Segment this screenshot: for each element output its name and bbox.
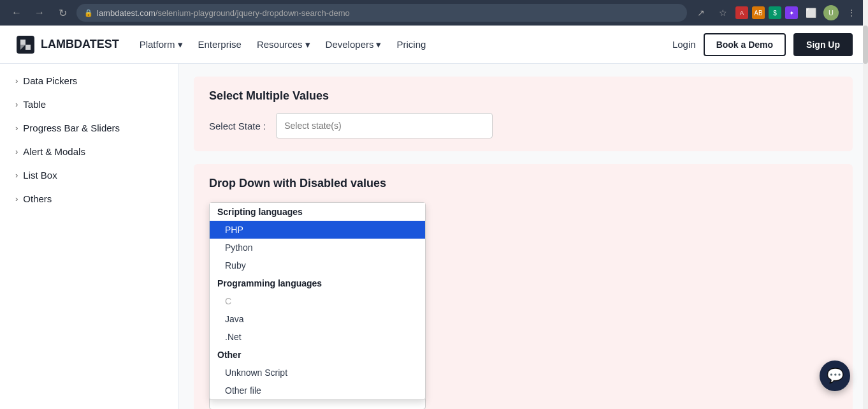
nav-developers[interactable]: Developers ▾ <box>326 39 382 50</box>
sidebar-label: Others <box>23 193 52 204</box>
menu-button[interactable]: ⋮ <box>843 4 860 22</box>
option-ruby[interactable]: Ruby <box>210 257 425 274</box>
option-php[interactable]: PHP <box>210 221 425 239</box>
option-unknown-script[interactable]: Unknown Script <box>210 364 425 382</box>
scrollbar-thumb[interactable] <box>863 26 868 64</box>
chevron-icon: › <box>15 147 18 156</box>
url-text: lambdatest.com/selenium-playground/jquer… <box>97 8 350 18</box>
select-state-input[interactable] <box>276 113 493 138</box>
bookmark-button[interactable]: ☆ <box>714 4 732 22</box>
chevron-icon: › <box>15 194 18 204</box>
section-multiple-title: Select Multiple Values <box>209 89 837 103</box>
section-multiple-values: Select Multiple Values Select State : <box>194 77 853 151</box>
select-state-row: Select State : <box>209 113 837 138</box>
resources-chevron: ▾ <box>305 39 310 50</box>
demo-button[interactable]: Book a Demo <box>704 33 786 56</box>
scrollbar-track[interactable] <box>863 0 868 409</box>
sidebar-item-list-box[interactable]: › List Box <box>0 163 178 187</box>
back-button[interactable]: ← <box>8 4 25 22</box>
signup-button[interactable]: Sign Up <box>793 33 853 56</box>
developers-chevron: ▾ <box>376 39 381 50</box>
logo-icon <box>15 34 36 55</box>
main-layout: › Data Pickers › Table › Progress Bar & … <box>0 64 868 409</box>
section-dropdown-title: Drop Down with Disabled values <box>209 177 837 190</box>
chevron-icon: › <box>15 170 18 180</box>
profile-avatar[interactable]: U <box>823 5 839 20</box>
sidebar-item-others[interactable]: › Others <box>0 187 178 211</box>
option-java[interactable]: Java <box>210 310 425 328</box>
chat-icon: 💬 <box>827 368 844 384</box>
nav-enterprise[interactable]: Enterprise <box>198 39 242 50</box>
forward-button[interactable]: → <box>31 4 48 22</box>
logo[interactable]: LAMBDATEST <box>15 34 119 55</box>
platform-chevron: ▾ <box>178 39 183 50</box>
lock-icon: 🔒 <box>84 9 93 17</box>
url-bar[interactable]: 🔒 lambdatest.com/selenium-playground/jqu… <box>76 4 687 22</box>
option-c: C <box>210 292 425 310</box>
sidebar-label: Table <box>23 99 46 110</box>
nav-links: Platform ▾ Enterprise Resources ▾ Develo… <box>140 39 652 50</box>
chat-button[interactable]: 💬 <box>820 361 850 391</box>
chevron-icon: › <box>15 100 18 109</box>
content-area: Select Multiple Values Select State : Dr… <box>178 64 868 409</box>
dropdown-popup: Scripting languages PHP Python Ruby Prog… <box>209 202 426 400</box>
extension-1: A <box>735 6 748 19</box>
reload-button[interactable]: ↻ <box>54 4 71 22</box>
share-button[interactable]: ↗ <box>692 4 710 22</box>
group-label-programming: Programming languages <box>210 274 425 292</box>
nav-bar: LAMBDATEST Platform ▾ Enterprise Resourc… <box>0 26 868 64</box>
select-state-label: Select State : <box>209 121 266 131</box>
sidebar-item-progress-bar[interactable]: › Progress Bar & Sliders <box>0 116 178 140</box>
group-label-other: Other <box>210 346 425 364</box>
extension-2: AB <box>752 6 765 19</box>
nav-platform[interactable]: Platform ▾ <box>140 39 183 50</box>
sidebar-item-alert-modals[interactable]: › Alert & Modals <box>0 140 178 163</box>
login-button[interactable]: Login <box>672 39 696 50</box>
option-python[interactable]: Python <box>210 239 425 257</box>
section-dropdown: Drop Down with Disabled values Scripting… <box>194 164 853 409</box>
browser-chrome: ← → ↻ 🔒 lambdatest.com/selenium-playgrou… <box>0 0 868 26</box>
sidebar-item-table[interactable]: › Table <box>0 93 178 116</box>
option-other-file[interactable]: Other file <box>210 382 425 399</box>
nav-pricing[interactable]: Pricing <box>396 39 426 50</box>
extension-4: ✦ <box>785 6 798 19</box>
sidebar-item-data-pickers[interactable]: › Data Pickers <box>0 69 178 93</box>
sidebar-label: Data Pickers <box>23 75 77 86</box>
nav-resources[interactable]: Resources ▾ <box>257 39 310 50</box>
chevron-icon: › <box>15 76 18 86</box>
sidebar-label: List Box <box>23 170 57 181</box>
sidebar-label: Alert & Modals <box>23 146 85 157</box>
logo-text: LAMBDATEST <box>41 38 119 51</box>
chevron-icon: › <box>15 123 18 133</box>
window-button[interactable]: ⬜ <box>802 4 820 22</box>
sidebar: › Data Pickers › Table › Progress Bar & … <box>0 64 178 409</box>
option-dotnet[interactable]: .Net <box>210 328 425 346</box>
extension-3: $ <box>769 6 781 19</box>
browser-actions: ↗ ☆ A AB $ ✦ ⬜ U ⋮ <box>692 4 860 22</box>
sidebar-label: Progress Bar & Sliders <box>23 123 120 133</box>
nav-actions: Login Book a Demo Sign Up <box>672 33 853 56</box>
group-label-scripting: Scripting languages <box>210 203 425 221</box>
